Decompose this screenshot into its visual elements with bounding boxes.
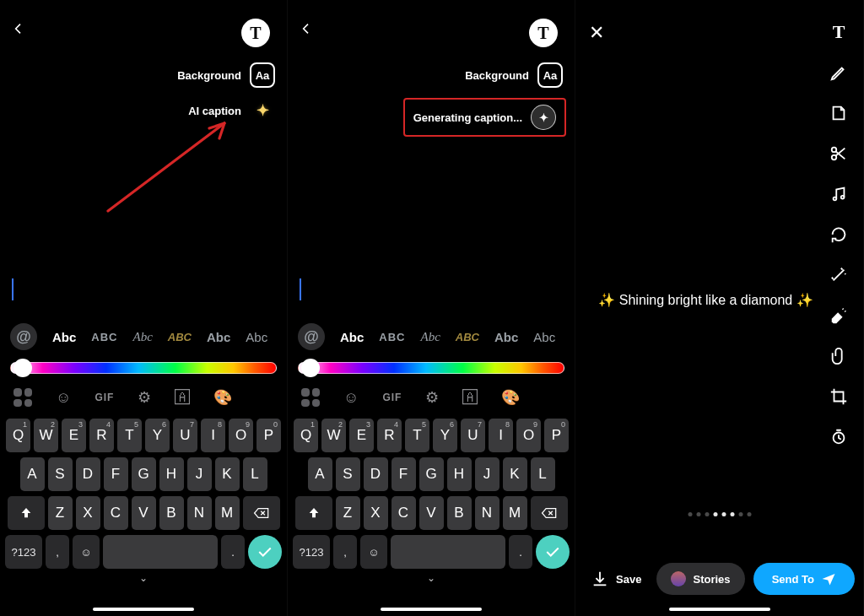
key-comma[interactable]: , (333, 535, 357, 569)
key-x[interactable]: X (364, 496, 388, 530)
loop-tool-icon[interactable] (827, 223, 850, 246)
key-v[interactable]: V (132, 496, 156, 530)
text-tool-button[interactable]: T (241, 19, 270, 47)
key-i[interactable]: I8 (489, 419, 513, 452)
key-z[interactable]: Z (336, 496, 360, 530)
key-d[interactable]: D (76, 457, 100, 491)
palette-icon[interactable]: 🎨 (213, 388, 232, 407)
font-chip[interactable]: Abc (494, 330, 518, 344)
key-l[interactable]: L (243, 457, 267, 491)
key-space[interactable] (391, 535, 505, 569)
key-f[interactable]: F (104, 457, 128, 491)
font-chip[interactable]: Abc (246, 330, 267, 344)
key-emoji[interactable]: ☺ (73, 535, 100, 569)
translate-icon[interactable]: 🄰 (175, 389, 190, 407)
key-comma[interactable]: , (46, 535, 69, 569)
key-f[interactable]: F (392, 457, 416, 491)
key-b[interactable]: B (159, 496, 184, 530)
font-chip[interactable]: Abc (207, 330, 230, 344)
key-b[interactable]: B (447, 496, 472, 530)
key-e[interactable]: E3 (62, 419, 86, 452)
key-n[interactable]: N (475, 496, 500, 530)
text-tool-icon[interactable]: T (827, 20, 850, 44)
key-numtoggle[interactable]: ?123 (293, 535, 330, 569)
clip-tool-icon[interactable] (827, 344, 850, 368)
crop-tool-icon[interactable] (827, 385, 850, 408)
palette-icon[interactable]: 🎨 (501, 388, 520, 407)
key-w[interactable]: W2 (34, 419, 58, 452)
mention-button[interactable]: @ (298, 323, 325, 350)
key-period[interactable]: . (221, 535, 245, 569)
key-i[interactable]: I8 (201, 419, 225, 452)
key-k[interactable]: K (503, 457, 527, 491)
color-slider[interactable] (10, 358, 277, 378)
key-backspace[interactable] (531, 496, 568, 530)
key-n[interactable]: N (187, 496, 212, 530)
color-slider[interactable] (298, 358, 564, 378)
send-to-button[interactable]: Send To (753, 563, 855, 595)
font-chip[interactable]: Abc (52, 330, 76, 344)
key-period[interactable]: . (509, 535, 532, 569)
key-backspace[interactable] (243, 496, 280, 530)
key-k[interactable]: K (215, 457, 240, 491)
mention-button[interactable]: @ (10, 323, 37, 350)
translate-icon[interactable]: 🄰 (462, 389, 478, 407)
key-p[interactable]: P0 (544, 419, 569, 452)
scissors-tool-icon[interactable] (827, 142, 850, 165)
key-j[interactable]: J (187, 457, 212, 491)
key-g[interactable]: G (419, 457, 444, 491)
key-u[interactable]: U7 (461, 419, 485, 452)
pencil-tool-icon[interactable] (827, 61, 850, 84)
magic-tool-icon[interactable] (827, 263, 850, 287)
sticker-icon[interactable]: ☺︎ (56, 389, 71, 407)
color-slider-thumb[interactable] (14, 359, 32, 377)
key-l[interactable]: L (531, 457, 555, 491)
key-shift[interactable] (295, 496, 332, 530)
key-d[interactable]: D (364, 457, 388, 491)
key-submit[interactable] (248, 535, 282, 569)
font-chip[interactable]: Abc (421, 330, 440, 344)
key-space[interactable] (103, 535, 218, 569)
key-t[interactable]: T5 (405, 419, 429, 452)
sticker-icon[interactable]: ☺︎ (343, 389, 359, 407)
sticker-tool-icon[interactable] (827, 101, 850, 125)
key-a[interactable]: A (20, 457, 45, 491)
grid-icon[interactable] (301, 388, 320, 407)
font-chip[interactable]: Abc (133, 330, 153, 344)
grid-icon[interactable] (14, 388, 32, 407)
gif-button[interactable]: GIF (94, 392, 114, 403)
key-y[interactable]: Y6 (433, 419, 457, 452)
eraser-tool-icon[interactable] (827, 304, 850, 327)
key-m[interactable]: M (503, 496, 527, 530)
key-o[interactable]: O9 (229, 419, 253, 452)
key-h[interactable]: H (447, 457, 472, 491)
key-a[interactable]: A (308, 457, 332, 491)
font-chip[interactable]: ABC (168, 331, 192, 343)
key-s[interactable]: S (48, 457, 73, 491)
key-numtoggle[interactable]: ?123 (5, 535, 42, 569)
key-v[interactable]: V (419, 496, 444, 530)
color-slider-thumb[interactable] (301, 359, 320, 377)
key-j[interactable]: J (475, 457, 500, 491)
back-button[interactable] (12, 22, 25, 35)
save-button[interactable]: Save (584, 563, 648, 595)
key-h[interactable]: H (159, 457, 184, 491)
ai-caption-button[interactable]: AI caption ✦ (188, 98, 275, 123)
gif-button[interactable]: GIF (382, 392, 402, 403)
keyboard-collapse-icon[interactable]: ⌄ (427, 572, 435, 584)
key-x[interactable]: X (76, 496, 100, 530)
key-s[interactable]: S (336, 457, 360, 491)
timer-tool-icon[interactable] (827, 425, 850, 449)
settings-icon[interactable]: ⚙ (425, 388, 439, 407)
key-w[interactable]: W2 (321, 419, 346, 452)
font-chip[interactable]: ABC (456, 331, 479, 343)
key-y[interactable]: Y6 (145, 419, 170, 452)
key-g[interactable]: G (132, 457, 156, 491)
keyboard-collapse-icon[interactable]: ⌄ (139, 572, 148, 584)
font-chip[interactable]: Abc (533, 330, 555, 344)
key-o[interactable]: O9 (516, 419, 541, 452)
close-button[interactable]: ✕ (589, 22, 604, 44)
key-m[interactable]: M (215, 496, 240, 530)
music-tool-icon[interactable] (827, 182, 850, 206)
key-r[interactable]: R4 (377, 419, 402, 452)
